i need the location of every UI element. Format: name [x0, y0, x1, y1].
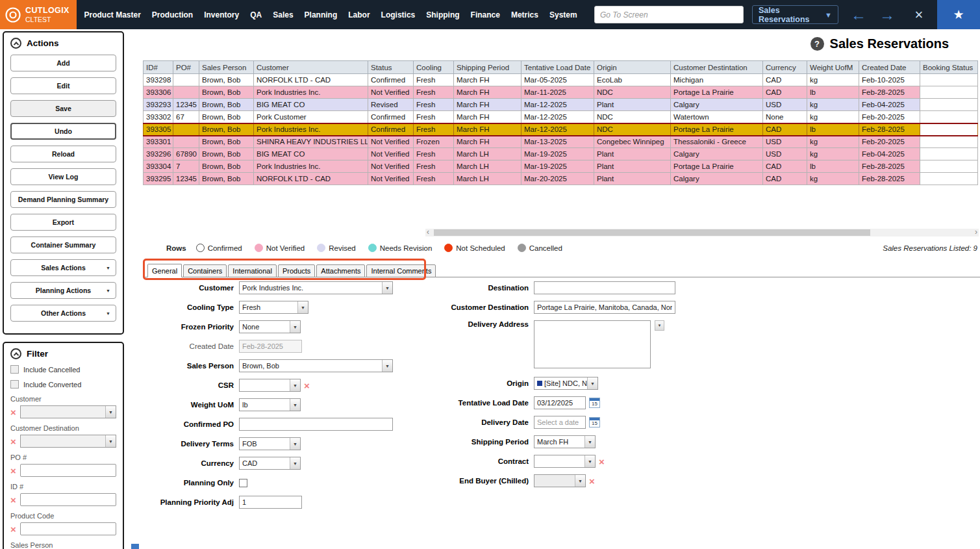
- tab-internal-comments[interactable]: Internal Comments: [366, 264, 436, 277]
- column-header-po[interactable]: PO#: [173, 61, 199, 74]
- filter-po-input[interactable]: [20, 464, 116, 477]
- column-header-customer[interactable]: Customer: [254, 61, 368, 74]
- clear-filter-icon[interactable]: ×: [10, 466, 16, 476]
- column-header-shipping-period[interactable]: Shipping Period: [454, 61, 521, 74]
- nav-item-logistics[interactable]: Logistics: [375, 0, 421, 29]
- filter-product-code-input[interactable]: [20, 522, 116, 535]
- nav-item-finance[interactable]: Finance: [465, 0, 505, 29]
- scrollbar-indicator[interactable]: [131, 544, 139, 549]
- planning-only-checkbox[interactable]: [239, 479, 247, 487]
- tab-general[interactable]: General: [147, 264, 182, 277]
- nav-item-qa[interactable]: QA: [245, 0, 268, 29]
- scroll-right-icon[interactable]: ›: [975, 227, 977, 236]
- clear-icon[interactable]: ×: [304, 381, 310, 390]
- add-button[interactable]: Add: [10, 55, 116, 71]
- nav-item-product-master[interactable]: Product Master: [79, 0, 146, 29]
- nav-item-labor[interactable]: Labor: [343, 0, 375, 29]
- weight-uom-select[interactable]: lb▼: [239, 398, 301, 411]
- calendar-icon[interactable]: 15: [589, 398, 600, 408]
- edit-button[interactable]: Edit: [10, 77, 116, 94]
- filter-checkbox-include-converted[interactable]: Include Converted: [10, 380, 116, 389]
- delivery-date-input[interactable]: [534, 416, 586, 429]
- nav-item-inventory[interactable]: Inventory: [199, 0, 245, 29]
- calendar-icon[interactable]: 15: [589, 417, 600, 428]
- tab-attachments[interactable]: Attachments: [316, 264, 365, 277]
- tab-containers[interactable]: Containers: [183, 264, 227, 277]
- destination-input[interactable]: [534, 281, 675, 294]
- scroll-left-icon[interactable]: ‹: [427, 227, 429, 236]
- sales-actions-dropdown-button[interactable]: Sales Actions▼: [10, 259, 116, 276]
- demand-planning-summary-button[interactable]: Demand Planning Summary: [10, 191, 116, 208]
- back-button[interactable]: ←: [844, 0, 873, 29]
- nav-item-planning[interactable]: Planning: [299, 0, 343, 29]
- clear-filter-icon[interactable]: ×: [10, 495, 16, 505]
- column-header-customer-destintation[interactable]: Customer Destintation: [671, 61, 763, 74]
- filter-checkbox-include-cancelled[interactable]: Include Cancelled: [10, 365, 116, 374]
- nav-item-sales[interactable]: Sales: [268, 0, 299, 29]
- collapse-filter-icon[interactable]: [10, 348, 21, 359]
- nav-item-metrics[interactable]: Metrics: [505, 0, 544, 29]
- csr-select[interactable]: ▼: [239, 379, 301, 392]
- filter-customer-select[interactable]: ▼: [20, 405, 116, 418]
- currency-select[interactable]: CAD▼: [239, 457, 301, 470]
- column-header-tentative-load-date[interactable]: Tentative Load Date: [521, 61, 594, 74]
- nav-item-production[interactable]: Production: [146, 0, 198, 29]
- column-header-id[interactable]: ID#: [144, 61, 173, 74]
- table-row-393305[interactable]: 393305Brown, BobPork Industries Inc.Conf…: [144, 123, 978, 136]
- scrollbar-thumb[interactable]: [434, 229, 870, 236]
- customer-select[interactable]: Pork Industries Inc.▼: [239, 281, 393, 294]
- filter-customer-destination-select[interactable]: ▼: [20, 435, 116, 448]
- planning-actions-dropdown-button[interactable]: Planning Actions▼: [10, 282, 116, 299]
- table-row-393302[interactable]: 39330267Brown, BobPork CustomerConfirmed…: [144, 111, 978, 123]
- clear-filter-icon[interactable]: ×: [10, 407, 16, 417]
- horizontal-scrollbar[interactable]: ‹ ›: [425, 229, 979, 236]
- other-actions-dropdown-button[interactable]: Other Actions▼: [10, 305, 116, 322]
- origin-select[interactable]: [Site] NDC, N▼: [534, 377, 598, 390]
- table-row-393295[interactable]: 39329512345Brown, BobNORFOLK LTD - CADNo…: [144, 173, 978, 185]
- cooling-type-select[interactable]: Fresh▼: [239, 301, 308, 314]
- delivery-terms-select[interactable]: FOB▼: [239, 437, 301, 450]
- frozen-priority-select[interactable]: None▼: [239, 320, 301, 333]
- table-row-393301[interactable]: 393301Brown, BobSHINRA HEAVY INDUSTRIES …: [144, 136, 978, 148]
- column-header-cooling[interactable]: Cooling: [414, 61, 454, 74]
- app-logo[interactable]: CUTLOGIX CLTEST: [0, 0, 77, 29]
- contract-select[interactable]: ▼: [534, 455, 596, 468]
- clear-icon[interactable]: ×: [599, 457, 605, 466]
- undo-button[interactable]: Undo: [10, 123, 116, 140]
- table-row-393296[interactable]: 39329667890Brown, BobBIG MEAT CONot Veri…: [144, 148, 978, 160]
- customer-destination-input[interactable]: [534, 301, 675, 314]
- screen-selector[interactable]: Sales Reservations ▼: [752, 5, 838, 24]
- table-row-393306[interactable]: 393306Brown, BobPork Industries Inc.Not …: [144, 86, 978, 99]
- table-row-393298[interactable]: 393298Brown, BobNORFOLK LTD - CADConfirm…: [144, 74, 978, 86]
- clear-filter-icon[interactable]: ×: [10, 437, 16, 446]
- column-header-created-date[interactable]: Created Date: [859, 61, 920, 74]
- reload-button[interactable]: Reload: [10, 146, 116, 162]
- column-header-booking-status[interactable]: Booking Status: [920, 61, 978, 74]
- tab-products[interactable]: Products: [278, 264, 315, 277]
- container-summary-button[interactable]: Container Summary: [10, 236, 116, 253]
- clear-icon[interactable]: ×: [589, 476, 595, 486]
- view-log-button[interactable]: View Log: [10, 168, 116, 185]
- dropdown-button[interactable]: ▼: [655, 320, 664, 331]
- collapse-actions-icon[interactable]: [10, 38, 21, 49]
- column-header-sales-person[interactable]: Sales Person: [199, 61, 254, 74]
- checkbox-icon[interactable]: [10, 380, 19, 389]
- nav-item-system[interactable]: System: [544, 0, 583, 29]
- goto-screen-input[interactable]: [594, 6, 744, 23]
- forward-button[interactable]: →: [873, 0, 901, 29]
- close-button[interactable]: ×: [903, 0, 935, 29]
- column-header-currency[interactable]: Currency: [763, 61, 807, 74]
- delivery-address-textarea[interactable]: [534, 320, 651, 368]
- sales-person-select[interactable]: Brown, Bob▼: [239, 359, 393, 372]
- favorite-button[interactable]: ★: [937, 0, 980, 29]
- confirmed-po-input[interactable]: [239, 418, 393, 431]
- table-row-393304[interactable]: 3933047Brown, BobPork Industries Inc.Not…: [144, 160, 978, 173]
- column-header-status[interactable]: Status: [368, 61, 414, 74]
- help-icon[interactable]: ?: [810, 37, 824, 51]
- filter-id-input[interactable]: [20, 493, 116, 506]
- save-button[interactable]: Save: [10, 100, 116, 117]
- export-button[interactable]: Export: [10, 214, 116, 231]
- planning-priority-adj-input[interactable]: [239, 496, 302, 509]
- table-row-393293[interactable]: 39329312345Brown, BobBIG MEAT CORevisedF…: [144, 99, 978, 111]
- checkbox-icon[interactable]: [10, 365, 19, 374]
